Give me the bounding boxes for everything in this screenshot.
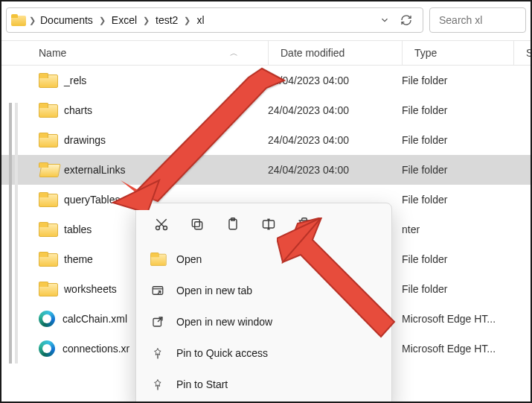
file-name: _rels [64, 74, 86, 86]
rename-icon[interactable] [258, 214, 279, 235]
tree-gutter [9, 103, 18, 364]
svg-rect-5 [192, 219, 199, 226]
file-type: File folder [402, 164, 521, 176]
context-iconbar [136, 208, 391, 242]
context-item-open-in-new-window[interactable]: Open in new window [136, 306, 391, 337]
file-type: Microsoft Edge HT... [402, 313, 521, 325]
file-name: worksheets [64, 283, 117, 295]
file-type: File folder [402, 283, 521, 295]
breadcrumb-item[interactable]: test2 [153, 13, 181, 28]
file-type: File folder [402, 194, 521, 206]
context-item-label: Pin to Quick access [176, 347, 268, 359]
context-item-pin-to-quick-access[interactable]: Pin to Quick access [136, 337, 391, 369]
folder-icon [11, 14, 26, 26]
svg-rect-4 [195, 222, 202, 229]
refresh-icon[interactable] [400, 14, 412, 26]
context-item-pin-to-start[interactable]: Pin to Start [136, 369, 391, 400]
delete-icon[interactable] [294, 214, 315, 235]
folder-icon [39, 133, 57, 147]
file-name: theme [64, 253, 93, 265]
cut-icon[interactable] [151, 214, 172, 235]
header-type[interactable]: Type [402, 41, 513, 65]
pin-icon [150, 378, 166, 391]
file-name: tables [64, 223, 92, 235]
chevron-right-icon: ❯ [97, 16, 107, 25]
context-item-open-in-new-tab[interactable]: Open in new tab [136, 275, 391, 306]
sort-asc-icon: ︿ [230, 48, 268, 59]
breadcrumb: Documents ❯ Excel ❯ test2 ❯ xl [37, 13, 374, 28]
file-date: 24/04/2023 04:00 [268, 74, 402, 86]
file-row[interactable]: _rels24/04/2023 04:00File folder [1, 66, 531, 95]
column-headers: Name ︿ Date modified Type S [1, 40, 531, 66]
svg-point-1 [164, 226, 167, 230]
context-item-label: Open in new tab [176, 285, 252, 296]
file-type: nter [402, 223, 521, 235]
context-item-label: Open [176, 253, 202, 265]
file-name: charts [64, 104, 92, 116]
file-name: calcChain.xml [63, 313, 127, 325]
folder-icon [39, 192, 57, 207]
file-name: externalLinks [64, 164, 126, 176]
context-item-label: Open in new window [176, 316, 272, 328]
file-type: File folder [402, 253, 521, 265]
file-row[interactable]: charts24/04/2023 04:00File folder [1, 95, 531, 125]
file-type: File folder [402, 134, 521, 146]
folder-icon [39, 162, 57, 177]
search-box[interactable] [429, 7, 526, 33]
header-date[interactable]: Date modified [268, 41, 402, 65]
edge-icon [39, 340, 55, 357]
file-type: File folder [402, 104, 521, 116]
newwindow-icon [150, 315, 166, 329]
file-row[interactable]: drawings24/04/2023 04:00File folder [1, 125, 531, 155]
open-icon [150, 252, 166, 267]
context-item-open[interactable]: Open [136, 244, 391, 275]
file-name: connections.xr [63, 343, 129, 355]
chevron-right-icon: ❯ [141, 16, 151, 25]
newtab-icon [150, 284, 166, 297]
file-name: queryTables [64, 194, 121, 206]
file-date: 24/04/2023 04:00 [268, 134, 402, 146]
file-name: drawings [64, 134, 106, 146]
breadcrumb-item[interactable]: xl [193, 13, 207, 28]
file-date: 24/04/2023 04:00 [268, 164, 402, 176]
svg-point-0 [156, 226, 160, 230]
file-type: File folder [402, 74, 521, 86]
context-menu: OpenOpen in new tabOpen in new windowPin… [135, 203, 392, 403]
header-size[interactable]: S [513, 41, 532, 65]
edge-icon [39, 311, 55, 327]
address-bar[interactable]: ❯ Documents ❯ Excel ❯ test2 ❯ xl [6, 7, 423, 33]
folder-icon [39, 282, 57, 296]
copy-icon[interactable] [187, 214, 208, 235]
chevron-right-icon: ❯ [182, 16, 192, 25]
pin-icon [150, 346, 166, 360]
file-type: Microsoft Edge HT... [402, 343, 521, 355]
breadcrumb-item[interactable]: Excel [109, 13, 140, 28]
chevron-right-icon: ❯ [28, 16, 37, 25]
context-item-label: Pin to Start [176, 378, 228, 390]
file-row[interactable]: externalLinks24/04/2023 04:00File folder [1, 155, 531, 185]
paste-icon[interactable] [222, 214, 243, 235]
folder-icon [39, 103, 57, 118]
search-input[interactable] [438, 13, 518, 27]
file-date: 24/04/2023 04:00 [268, 104, 402, 116]
chevron-down-icon[interactable] [379, 15, 390, 25]
folder-icon [39, 252, 57, 267]
header-name[interactable]: Name ︿ [30, 47, 268, 59]
folder-icon [39, 73, 57, 88]
folder-icon [39, 222, 57, 237]
breadcrumb-item[interactable]: Documents [37, 13, 96, 28]
